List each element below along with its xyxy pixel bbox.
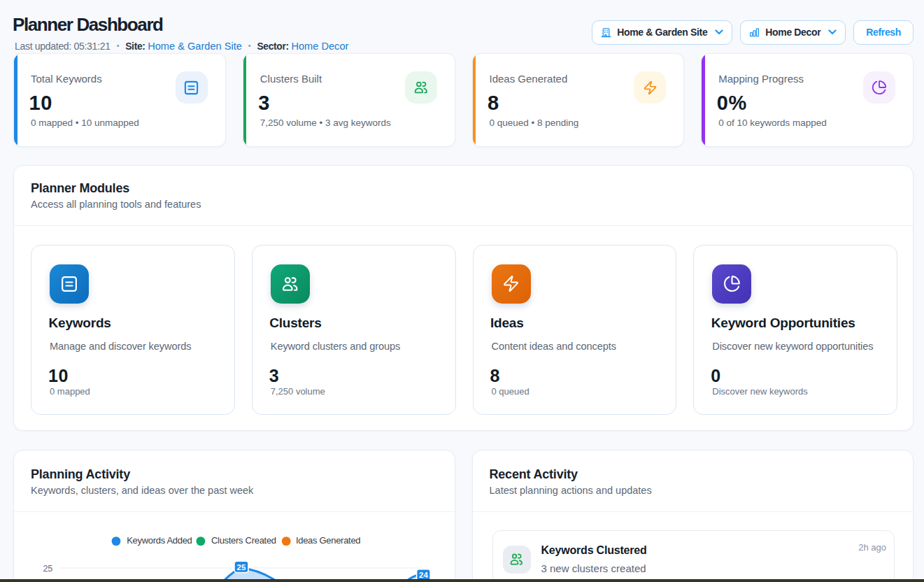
svg-text:25: 25 (43, 564, 52, 574)
svg-text:24: 24 (419, 571, 428, 579)
svg-text:Ideas Generated: Ideas Generated (296, 535, 360, 546)
svg-text:Keywords Added: Keywords Added (127, 535, 192, 546)
svg-text:Clusters Created: Clusters Created (211, 535, 276, 546)
svg-text:25: 25 (237, 563, 246, 572)
